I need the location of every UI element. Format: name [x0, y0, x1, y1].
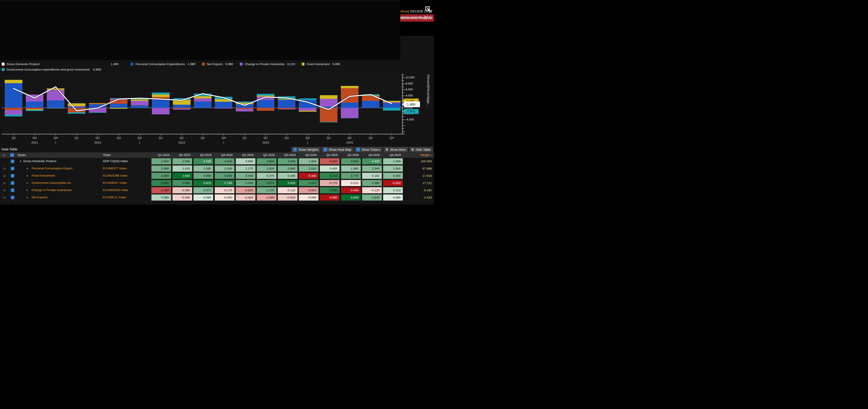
table-row: ◇✓▶Net ExportsECAN5L1L Index0.580-0.3000…: [0, 194, 434, 201]
weight-cell: -2.433: [423, 194, 432, 200]
table-control-show-more[interactable]: Show More: [383, 147, 408, 152]
x-tick-label: Q1: [320, 136, 338, 139]
bar-segment: [173, 109, 191, 110]
value-cell: -3.440: [341, 187, 361, 193]
value-cell: -0.300: [173, 194, 192, 200]
series-name[interactable]: Change in Private Inventories: [32, 188, 72, 192]
y-tick: [403, 81, 404, 81]
table-control-show-heat-map[interactable]: ✓Show Heat Map: [322, 147, 353, 152]
checkbox-icon[interactable]: ✓: [356, 148, 360, 151]
x-tick-label: Q4: [131, 136, 149, 139]
value-cell: -0.120: [362, 187, 382, 193]
bar-segment: [152, 108, 169, 115]
value-cell: -0.830: [236, 187, 255, 193]
value-cell: 3.600: [257, 158, 276, 164]
expand-caret-icon[interactable]: ▶: [27, 182, 28, 184]
table-control-hide-table[interactable]: Hide Table: [409, 147, 433, 152]
data-table-title: Data Table: [1, 147, 18, 151]
value-cell: 1.680: [341, 165, 361, 171]
ticker-header: Ticker: [103, 153, 111, 157]
value-cell: -0.910: [299, 187, 318, 193]
checkbox-icon[interactable]: ✓: [324, 148, 327, 151]
column-header: Q4-2023: [214, 153, 232, 157]
y-tick-label: -4.000: [405, 118, 414, 121]
drag-handle-icon[interactable]: ◇: [3, 153, 5, 156]
bar-segment: [47, 90, 64, 100]
bar-segment: [320, 99, 338, 106]
x-year-separator: |: [131, 141, 149, 144]
bar-segment: [5, 80, 22, 83]
bar-segment: [257, 108, 274, 111]
table-control-show-weights[interactable]: ✓Show Weights: [291, 147, 320, 152]
value-cell: 1.900: [299, 158, 318, 164]
bar-segment: [215, 97, 232, 99]
checkbox-icon[interactable]: ✓: [293, 148, 297, 151]
drag-handle-icon[interactable]: ◇: [3, 195, 6, 199]
value-cell: 0.790: [215, 180, 235, 186]
bar-segment: [194, 96, 212, 98]
value-cell: 0.570: [299, 180, 318, 186]
control-label: Show Tickers: [362, 148, 380, 152]
x-tick: [76, 134, 77, 136]
weight-header[interactable]: Weight↓: [421, 153, 432, 157]
value-cell: 0.210: [383, 187, 403, 193]
x-tick-label: Q3: [194, 136, 212, 139]
expand-caret-icon[interactable]: ▶: [27, 175, 28, 177]
bar-segment: [173, 100, 191, 105]
value-cell: 2.660: [278, 165, 298, 171]
x-tick-label: Q2: [4, 136, 23, 139]
bar-segment: [299, 108, 316, 111]
table-control-show-tickers[interactable]: ✓Show Tickers: [354, 147, 382, 152]
value-cell: -0.410: [278, 194, 298, 200]
expand-caret-icon[interactable]: ▶: [27, 189, 28, 191]
column-header: Q4-2025: [383, 153, 401, 157]
row-checkbox[interactable]: ✓: [11, 174, 14, 178]
series-name[interactable]: Fixed investment: [32, 174, 55, 177]
value-cell: -0.420: [236, 194, 255, 200]
bar-segment: [152, 95, 169, 97]
bar-segment: [299, 111, 316, 112]
column-header: Q2-2024: [256, 153, 275, 157]
row-checkbox[interactable]: ✓: [11, 167, 14, 170]
column-header: Q1-2024: [235, 153, 254, 157]
drag-handle-icon[interactable]: ◇: [3, 174, 6, 177]
bar-segment: [110, 98, 127, 99]
value-cell: -0.170: [320, 180, 340, 186]
value-cell: 0.580: [151, 194, 171, 200]
bar-segment: [236, 109, 253, 112]
row-checkbox[interactable]: ✓: [11, 189, 14, 192]
value-cell: 2.500: [173, 158, 192, 164]
bar-segment: [26, 95, 43, 101]
drag-handle-icon[interactable]: ◇: [3, 188, 6, 192]
y-tick: [403, 123, 404, 123]
series-name[interactable]: Government consumption ex...: [32, 181, 73, 185]
drag-handle-icon[interactable]: ◇: [3, 167, 6, 170]
expand-caret-icon[interactable]: ▶: [27, 196, 28, 198]
bar-segment: [341, 103, 359, 107]
drag-handle-icon[interactable]: ◇: [3, 181, 6, 185]
y-tick-label: 10.000: [405, 76, 414, 79]
series-name[interactable]: Gross Domestic Product: [23, 159, 56, 163]
bar-segment: [5, 115, 22, 117]
y-tick: [403, 99, 404, 99]
row-checkbox[interactable]: ✓: [11, 160, 14, 163]
bar-segment: [89, 113, 106, 113]
bar-segment: [383, 101, 401, 102]
table-column-divider: [341, 201, 341, 204]
gridline: [2, 129, 402, 129]
bar-segment: [278, 100, 296, 107]
value-cell: 0.870: [193, 180, 213, 186]
series-name[interactable]: Personal Consumption Expen...: [32, 167, 74, 170]
series-name[interactable]: Net Exports: [32, 195, 48, 199]
x-tick: [182, 134, 182, 136]
y-tick: [403, 77, 405, 78]
expand-caret-icon[interactable]: ▼: [20, 160, 22, 163]
expand-caret-icon[interactable]: ▶: [27, 167, 28, 169]
row-checkbox[interactable]: ✓: [11, 196, 14, 199]
y-tick: [403, 125, 405, 126]
row-checkbox[interactable]: ✓: [11, 181, 14, 185]
y-tick: [403, 74, 404, 75]
bar-segment: [341, 88, 359, 103]
select-all-checkbox[interactable]: ✓: [10, 153, 14, 157]
bar-segment: [362, 101, 379, 108]
